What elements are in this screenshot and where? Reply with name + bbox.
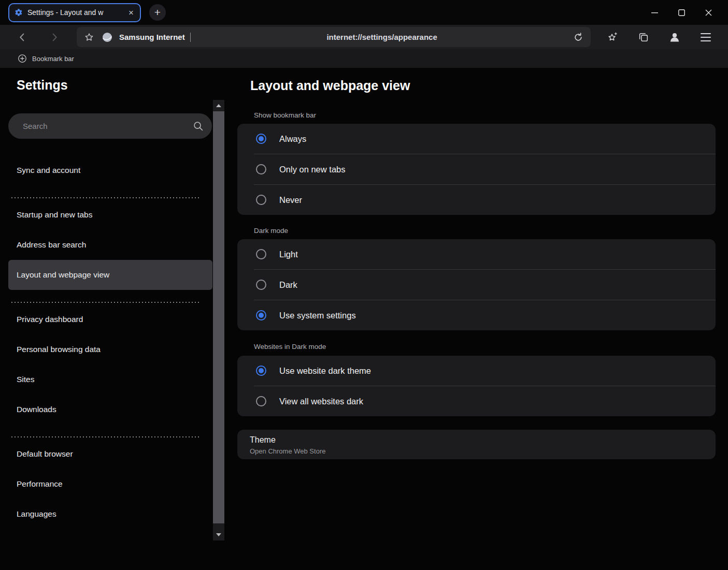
scrollbar-thumb[interactable] <box>213 111 224 523</box>
scroll-up-icon[interactable] <box>213 100 224 111</box>
radio-label: Never <box>279 195 302 205</box>
page-title: Layout and webpage view <box>250 77 716 95</box>
favorite-star-icon[interactable] <box>84 32 94 42</box>
tab-manager-icon[interactable] <box>637 31 650 43</box>
radio-button[interactable] <box>256 164 266 174</box>
browser-tab-active[interactable]: Settings - Layout and w × <box>8 3 141 22</box>
add-bookmark-icon[interactable] <box>18 54 27 63</box>
section-label-show-bookmark-bar: Show bookmark bar <box>254 111 716 120</box>
sidebar-item-label: Startup and new tabs <box>17 210 93 220</box>
sidebar-scrollbar[interactable] <box>213 100 224 540</box>
sidebar-item-layout-and-webpage-view[interactable]: Layout and webpage view <box>8 260 212 290</box>
radio-label: Use system settings <box>279 311 356 320</box>
radio-option-use-system-settings[interactable]: Use system settings <box>237 300 716 330</box>
radio-button[interactable] <box>256 396 266 406</box>
sidebar-item-performance[interactable]: Performance <box>8 469 212 499</box>
section-label-websites-in-dark-mode: Websites in Dark mode <box>254 342 716 352</box>
back-button[interactable] <box>16 31 29 44</box>
sidebar-item-label: Languages <box>17 509 56 519</box>
forward-button[interactable] <box>48 31 61 44</box>
tab-bar: Settings - Layout and w × + <box>0 0 728 25</box>
sidebar-item-label: Performance <box>17 479 63 489</box>
settings-nav: Sync and account Startup and new tabs Ad… <box>8 155 212 529</box>
bookmark-bar: Bookmark bar <box>0 49 728 68</box>
radio-option-view-all-websites-dark[interactable]: View all websites dark <box>237 386 716 416</box>
sidebar-item-label: Sites <box>17 375 34 384</box>
radio-label: Only on new tabs <box>279 165 346 174</box>
sidebar-item-privacy-dashboard[interactable]: Privacy dashboard <box>8 304 212 334</box>
sidebar-item-address-bar-search[interactable]: Address bar search <box>8 230 212 260</box>
sidebar-divider <box>10 197 200 198</box>
sidebar-item-label: Layout and webpage view <box>17 270 109 280</box>
settings-page: Settings Sync and account Startup and ne… <box>0 68 728 570</box>
site-name: Samsung Internet <box>119 33 185 41</box>
radio-button[interactable] <box>256 310 266 320</box>
radio-option-always[interactable]: Always <box>237 124 716 154</box>
radio-option-use-website-dark-theme[interactable]: Use website dark theme <box>237 356 716 386</box>
sidebar-item-sites[interactable]: Sites <box>8 364 212 394</box>
settings-title: Settings <box>17 76 212 94</box>
radio-button[interactable] <box>256 134 266 144</box>
new-tab-button[interactable]: + <box>149 4 166 21</box>
reload-icon[interactable] <box>573 32 583 42</box>
toolbar-actions <box>606 31 712 43</box>
window-controls <box>641 0 722 25</box>
radio-label: View all websites dark <box>279 397 363 406</box>
sidebar-item-personal-browsing-data[interactable]: Personal browsing data <box>8 334 212 364</box>
bookmark-bar-label: Bookmark bar <box>32 55 74 63</box>
show-bookmark-bar-card: Always Only on new tabs Never <box>237 124 716 215</box>
radio-button[interactable] <box>256 249 266 259</box>
radio-button[interactable] <box>256 366 266 376</box>
radio-label: Use website dark theme <box>279 366 371 376</box>
sidebar-divider <box>10 302 200 303</box>
theme-title: Theme <box>250 434 703 446</box>
sidebar-item-label: Address bar search <box>17 240 86 250</box>
search-box[interactable] <box>8 113 212 139</box>
radio-option-only-on-new-tabs[interactable]: Only on new tabs <box>237 154 716 184</box>
url-text: internet://settings/appearance <box>191 33 573 41</box>
sidebar-divider <box>10 436 200 437</box>
navigation-bar: Samsung Internet internet://settings/app… <box>0 25 728 49</box>
sidebar-item-languages[interactable]: Languages <box>8 499 212 529</box>
sidebar-item-label: Downloads <box>17 405 56 414</box>
radio-button[interactable] <box>256 195 266 205</box>
radio-label: Dark <box>279 280 297 290</box>
radio-label: Always <box>279 134 306 144</box>
sidebar-item-sync-and-account[interactable]: Sync and account <box>8 155 212 185</box>
radio-option-light[interactable]: Light <box>237 239 716 269</box>
sidebar-item-label: Privacy dashboard <box>17 315 83 324</box>
theme-card[interactable]: Theme Open Chrome Web Store <box>237 430 716 459</box>
scroll-down-icon[interactable] <box>213 529 224 540</box>
sidebar-item-default-browser[interactable]: Default browser <box>8 439 212 469</box>
sidebar-item-label: Sync and account <box>17 166 80 175</box>
samsung-internet-logo-icon <box>102 32 113 43</box>
address-bar[interactable]: Samsung Internet internet://settings/app… <box>77 27 591 47</box>
websites-dark-mode-card: Use website dark theme View all websites… <box>237 356 716 416</box>
settings-sidebar: Settings Sync and account Startup and ne… <box>8 68 212 529</box>
minimize-icon[interactable] <box>641 0 668 25</box>
radio-button[interactable] <box>256 280 266 290</box>
sidebar-item-label: Personal browsing data <box>17 345 101 354</box>
search-input[interactable] <box>8 113 212 139</box>
sidebar-item-downloads[interactable]: Downloads <box>8 394 212 425</box>
maximize-icon[interactable] <box>668 0 695 25</box>
tab-title: Settings - Layout and w <box>27 8 123 17</box>
profile-avatar-icon[interactable] <box>668 31 681 43</box>
sidebar-item-label: Default browser <box>17 449 73 459</box>
section-label-dark-mode: Dark mode <box>254 226 716 236</box>
radio-option-never[interactable]: Never <box>237 185 716 215</box>
radio-label: Light <box>279 250 298 259</box>
menu-hamburger-icon[interactable] <box>700 31 712 43</box>
tab-close-icon[interactable]: × <box>127 8 135 17</box>
settings-panel: Layout and webpage view Show bookmark ba… <box>237 68 716 459</box>
theme-subtitle: Open Chrome Web Store <box>250 446 703 456</box>
sidebar-item-startup-and-new-tabs[interactable]: Startup and new tabs <box>8 200 212 230</box>
dark-mode-card: Light Dark Use system settings <box>237 239 716 330</box>
radio-option-dark[interactable]: Dark <box>237 270 716 300</box>
search-icon <box>193 121 204 134</box>
close-window-icon[interactable] <box>695 0 722 25</box>
bookmarks-star-icon[interactable] <box>606 31 619 43</box>
settings-gear-favicon <box>15 8 23 17</box>
